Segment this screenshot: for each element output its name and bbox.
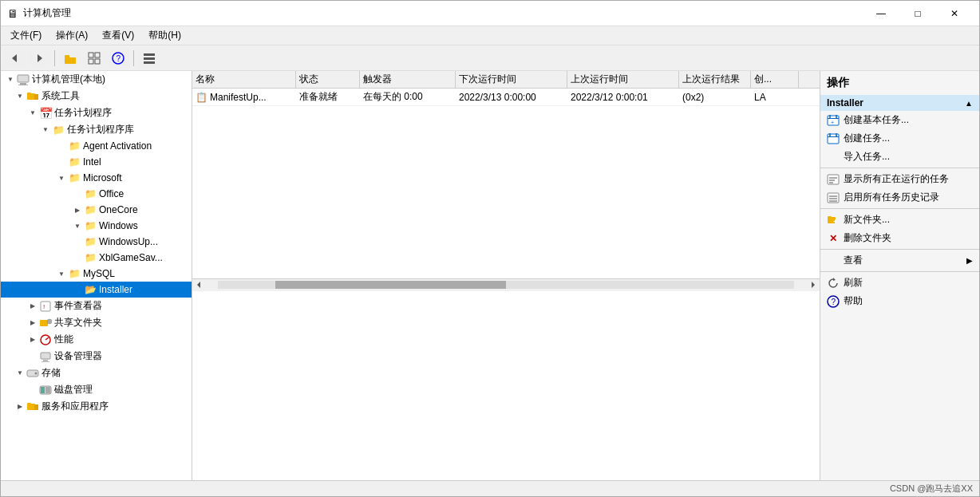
- col-header-created[interactable]: 创...: [751, 71, 799, 88]
- window-controls: — □ ✕: [863, 1, 973, 26]
- tree-item-storage[interactable]: 存储: [1, 365, 192, 381]
- action-show-running[interactable]: 显示所有正在运行的任务: [820, 170, 979, 188]
- action-new-folder[interactable]: + 新文件夹...: [820, 211, 979, 229]
- tree-item-event-viewer[interactable]: ! 事件查看器: [1, 298, 192, 314]
- tree-item-computer-root[interactable]: 计算机管理(本地): [1, 71, 192, 88]
- menu-help[interactable]: 帮助(H): [142, 27, 188, 44]
- services-apps-icon: [26, 400, 39, 413]
- col-header-last-run[interactable]: 上次运行时间: [567, 71, 679, 88]
- tree-item-agent-activation[interactable]: 📁 Agent Activation: [1, 138, 192, 154]
- action-delete-folder[interactable]: ✕ 删除文件夹: [820, 229, 979, 247]
- action-enable-history-label: 启用所有任务历史记录: [844, 191, 939, 204]
- expand-task-scheduler[interactable]: [26, 107, 39, 120]
- svg-rect-17: [27, 93, 31, 95]
- minimize-button[interactable]: —: [863, 1, 899, 26]
- scroll-right-btn[interactable]: [807, 278, 820, 291]
- menu-view[interactable]: 查看(V): [96, 27, 140, 44]
- toolbar-help[interactable]: ?: [107, 48, 129, 69]
- refresh-icon: [827, 277, 840, 290]
- view-submenu-arrow: ▶: [966, 256, 973, 265]
- tree-item-disk-mgmt[interactable]: 磁盘管理: [1, 381, 192, 398]
- action-import-task[interactable]: 导入任务...: [820, 148, 979, 166]
- help-toolbar-icon: ?: [112, 52, 124, 65]
- expand-services-apps[interactable]: [14, 400, 26, 413]
- tree-item-device-manager[interactable]: 设备管理器: [1, 348, 192, 365]
- action-view[interactable]: 查看 ▶: [820, 251, 979, 270]
- tree-label-microsoft: Microsoft: [83, 172, 122, 183]
- svg-rect-21: [40, 320, 48, 326]
- svg-rect-3: [65, 55, 69, 58]
- tree-item-windowsup[interactable]: 📁 WindowsUp...: [1, 234, 192, 250]
- status-text: CSDN @跑马去追XX: [890, 483, 973, 495]
- tree-label-performance: 性能: [54, 333, 73, 346]
- action-refresh[interactable]: 刷新: [820, 274, 979, 292]
- table-row[interactable]: 📋 ManifestUp... 准备就绪 在每天的 0:00 2022/3/13…: [192, 89, 820, 106]
- action-create-task[interactable]: 创建任务...: [820, 129, 979, 148]
- expand-performance[interactable]: [26, 333, 39, 346]
- performance-icon: [39, 333, 52, 346]
- scroll-thumb[interactable]: [275, 281, 506, 289]
- col-header-name[interactable]: 名称: [192, 71, 296, 88]
- col-header-trigger[interactable]: 触发器: [360, 71, 456, 88]
- col-header-status[interactable]: 状态: [296, 71, 360, 88]
- tree-item-system-tools[interactable]: 系统工具: [1, 88, 192, 105]
- tree-item-task-scheduler[interactable]: 📅 任务计划程序: [1, 105, 192, 121]
- tree-label-storage: 存储: [41, 366, 61, 380]
- col-header-next-run[interactable]: 下次运行时间: [456, 71, 567, 88]
- toolbar-back[interactable]: [4, 48, 26, 69]
- windows-folder-icon: 📁: [84, 219, 97, 232]
- tree-item-mysql[interactable]: 📁 MySQL: [1, 266, 192, 282]
- tree-item-windows[interactable]: 📁 Windows: [1, 218, 192, 234]
- action-enable-history[interactable]: 启用所有任务历史记录: [820, 188, 979, 207]
- event-viewer-icon: !: [39, 300, 52, 313]
- installer-folder-icon: 📂: [84, 283, 97, 296]
- svg-point-22: [47, 319, 52, 324]
- expand-microsoft[interactable]: [55, 172, 68, 184]
- tree-item-intel[interactable]: 📁 Intel: [1, 154, 192, 170]
- toolbar-grid[interactable]: [83, 48, 105, 69]
- expand-computer-root[interactable]: [4, 73, 17, 86]
- tree-item-services-apps[interactable]: 服务和应用程序: [1, 398, 192, 415]
- scroll-track[interactable]: [218, 281, 794, 289]
- expand-mysql[interactable]: [55, 267, 68, 280]
- svg-rect-26: [43, 360, 48, 361]
- tree-item-office[interactable]: 📁 Office: [1, 186, 192, 202]
- toolbar-list[interactable]: [138, 48, 160, 69]
- action-create-basic-task[interactable]: + 创建基本任务...: [820, 111, 979, 129]
- menu-file[interactable]: 文件(F): [4, 27, 48, 44]
- right-section-installer[interactable]: Installer ▲: [820, 95, 979, 111]
- tree-item-microsoft[interactable]: 📁 Microsoft: [1, 170, 192, 186]
- computer-icon: [17, 73, 30, 86]
- expand-windows[interactable]: [71, 219, 84, 232]
- svg-text:+: +: [831, 120, 834, 125]
- expand-system-tools[interactable]: [14, 90, 26, 103]
- right-section-installer-label: Installer: [827, 97, 863, 108]
- intel-folder-icon: 📁: [68, 156, 81, 168]
- horizontal-scrollbar[interactable]: [192, 278, 820, 291]
- expand-event-viewer[interactable]: [26, 300, 39, 313]
- tree-item-xblgamesave[interactable]: 📁 XblGameSav...: [1, 250, 192, 266]
- col-header-last-result[interactable]: 上次运行结果: [679, 71, 751, 88]
- tree-item-installer[interactable]: 📂 Installer: [1, 282, 192, 298]
- toolbar-forward[interactable]: [28, 48, 50, 69]
- right-section-chevron-icon: ▲: [965, 99, 973, 108]
- close-button[interactable]: ✕: [936, 1, 973, 26]
- tree-item-task-library[interactable]: 📁 任务计划程序库: [1, 121, 192, 138]
- menu-action[interactable]: 操作(A): [49, 27, 94, 44]
- expand-onecore[interactable]: [71, 203, 84, 216]
- tree-item-performance[interactable]: 性能: [1, 331, 192, 348]
- expand-shared-folders[interactable]: [26, 317, 39, 329]
- toolbar-up[interactable]: [59, 48, 81, 69]
- tree-item-onecore[interactable]: 📁 OneCore: [1, 202, 192, 218]
- tree-label-shared-folders: 共享文件夹: [54, 316, 102, 329]
- maximize-button[interactable]: □: [899, 1, 936, 26]
- tree-item-shared-folders[interactable]: 共享文件夹: [1, 314, 192, 331]
- scroll-left-btn[interactable]: [192, 278, 205, 291]
- tree-label-services-apps: 服务和应用程序: [41, 400, 109, 413]
- action-create-task-label: 创建任务...: [844, 132, 890, 145]
- device-manager-icon: [39, 350, 52, 363]
- action-help[interactable]: ? 帮助: [820, 292, 979, 310]
- tree-label-xblgamesave: XblGameSav...: [99, 252, 163, 263]
- expand-storage[interactable]: [14, 367, 26, 380]
- expand-task-library[interactable]: [39, 124, 52, 136]
